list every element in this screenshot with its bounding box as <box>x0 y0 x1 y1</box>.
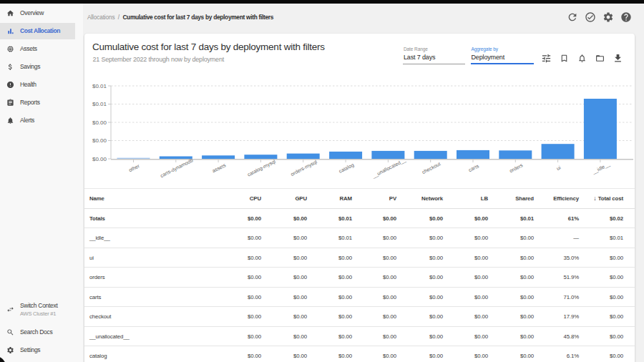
svg-text:catalog-mysql: catalog-mysql <box>246 159 277 178</box>
svg-text:orders: orders <box>509 162 524 173</box>
svg-text:catalog: catalog <box>338 162 355 174</box>
svg-text:carts-dynamodb: carts-dynamodb <box>160 157 194 179</box>
svg-text:ui: ui <box>555 165 561 171</box>
svg-text:__unallocated__: __unallocated__ <box>371 157 406 180</box>
svg-text:$0.00: $0.00 <box>92 119 107 126</box>
svg-text:orders-mysql: orders-mysql <box>290 159 318 177</box>
svg-text:$0.01: $0.01 <box>92 83 107 89</box>
svg-text:$0.00: $0.00 <box>92 137 107 144</box>
svg-text:checkout: checkout <box>421 161 441 175</box>
svg-text:$0.01: $0.01 <box>92 101 107 107</box>
svg-text:$0.00: $0.00 <box>92 156 107 162</box>
svg-text:carts: carts <box>468 163 480 172</box>
svg-text:other: other <box>128 163 141 173</box>
svg-text:__idle__: __idle__ <box>590 162 610 176</box>
svg-text:assets: assets <box>211 162 227 174</box>
